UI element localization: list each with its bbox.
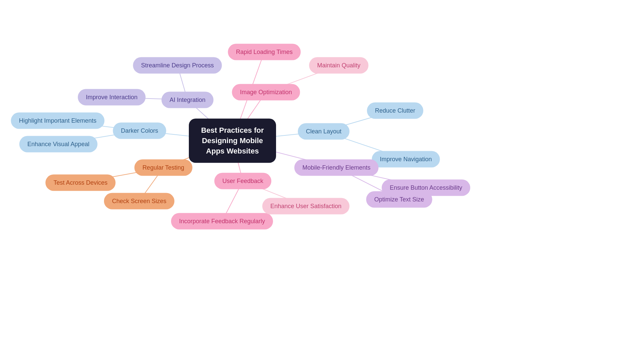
improve-navigation-node[interactable]: Improve Navigation xyxy=(372,151,440,168)
center-node[interactable]: Best Practices for Designing Mobile Apps… xyxy=(189,119,276,163)
test-across-node[interactable]: Test Across Devices xyxy=(45,175,115,191)
reduce-clutter-node[interactable]: Reduce Clutter xyxy=(367,103,423,119)
mind-map: Best Practices for Designing Mobile Apps… xyxy=(0,0,644,363)
incorporate-feedback-node[interactable]: Incorporate Feedback Regularly xyxy=(171,213,273,230)
rapid-loading-node[interactable]: Rapid Loading Times xyxy=(228,44,301,60)
user-feedback-node[interactable]: User Feedback xyxy=(214,173,271,189)
improve-interaction-node[interactable]: Improve Interaction xyxy=(78,89,146,106)
enhance-user-satisfaction-node[interactable]: Enhance User Satisfaction xyxy=(262,198,350,215)
darker-colors-node[interactable]: Darker Colors xyxy=(113,123,166,139)
streamline-design-node[interactable]: Streamline Design Process xyxy=(133,57,222,74)
enhance-visual-node[interactable]: Enhance Visual Appeal xyxy=(19,136,98,153)
image-optimization-node[interactable]: Image Optimization xyxy=(232,84,300,101)
maintain-quality-node[interactable]: Maintain Quality xyxy=(309,57,368,74)
optimize-text-node[interactable]: Optimize Text Size xyxy=(366,191,432,208)
ai-integration-node[interactable]: AI Integration xyxy=(161,92,213,108)
regular-testing-node[interactable]: Regular Testing xyxy=(135,160,193,176)
highlight-important-node[interactable]: Highlight Important Elements xyxy=(11,113,104,129)
check-screen-node[interactable]: Check Screen Sizes xyxy=(104,193,174,209)
clean-layout-node[interactable]: Clean Layout xyxy=(298,123,350,140)
mobile-friendly-node[interactable]: Mobile-Friendly Elements xyxy=(294,160,378,176)
